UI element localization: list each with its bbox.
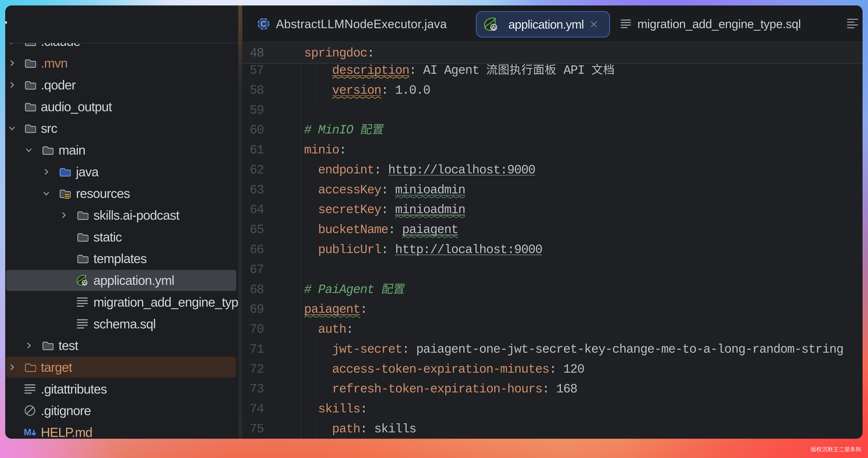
svg-text:M: M [24, 427, 31, 437]
svg-text:C: C [260, 19, 266, 28]
